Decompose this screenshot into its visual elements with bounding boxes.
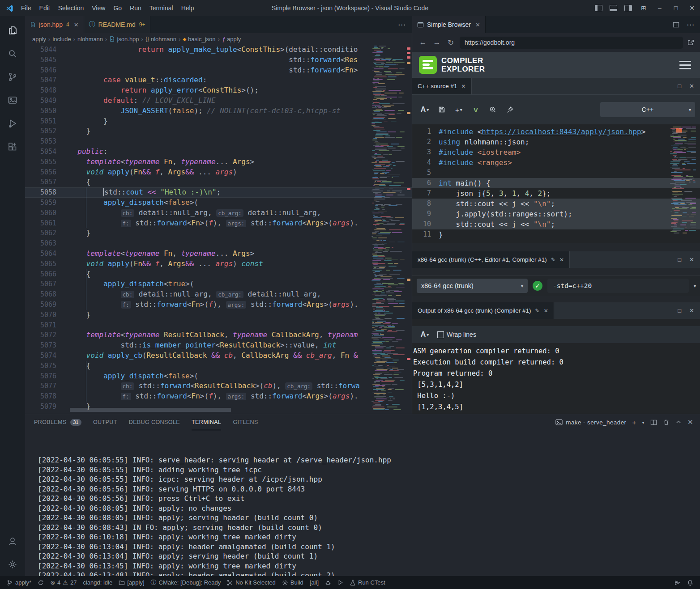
code-line[interactable]: 5049 default: // LCOV_EXCL_LINE bbox=[25, 96, 412, 106]
code-line[interactable]: 5061 f: std::forward<Fn>(f), args: std::… bbox=[25, 218, 412, 229]
pin-icon[interactable] bbox=[503, 102, 517, 117]
customize-layout-icon[interactable]: ⊞ bbox=[636, 0, 652, 16]
back-icon[interactable]: ← bbox=[418, 38, 428, 47]
code-line[interactable]: 5073 std::is_member_pointer<ResultCallba… bbox=[25, 340, 412, 351]
forward-icon[interactable]: → bbox=[432, 38, 442, 47]
terminal-session-select[interactable]: make - serve_header bbox=[555, 419, 626, 426]
clangd-status[interactable]: clangd: idle bbox=[80, 576, 115, 589]
new-terminal-icon[interactable]: + bbox=[632, 419, 636, 426]
url-input[interactable]: https://godbolt.org bbox=[460, 37, 683, 49]
code-line[interactable]: 5077 cb: std::forward<ResultCallback>(cb… bbox=[25, 381, 412, 391]
compiler-pane-tab[interactable]: x86-64 gcc (trunk) (C++, Editor #1, Comp… bbox=[412, 251, 570, 268]
compile-ok-icon[interactable]: ✓ bbox=[533, 281, 542, 291]
menu-terminal[interactable]: Terminal bbox=[145, 0, 177, 16]
activity-search[interactable] bbox=[2, 42, 23, 65]
breadcrumb-item-nlohmann[interactable]: {}nlohmann bbox=[145, 36, 176, 42]
wrap-lines-checkbox[interactable]: Wrap lines bbox=[437, 331, 476, 338]
cmake-debug-button[interactable] bbox=[322, 576, 334, 589]
breadcrumb-item-basic_json[interactable]: ◆basic_json bbox=[183, 36, 215, 42]
output-pane-tab[interactable]: Output of x86-64 gcc (trunk) (Compiler #… bbox=[412, 302, 554, 319]
code-line[interactable]: 5045 std::forward<Res bbox=[25, 55, 412, 65]
add-pane-button[interactable]: +▾ bbox=[452, 102, 466, 117]
maximize-panel-icon[interactable] bbox=[675, 419, 682, 425]
code-line[interactable]: 5051 } bbox=[25, 116, 412, 127]
cmake-build-target[interactable]: [all] bbox=[307, 576, 322, 589]
panel-tab-terminal[interactable]: TERMINAL bbox=[192, 414, 221, 430]
breadcrumb-item-nlohmann[interactable]: nlohmann bbox=[77, 36, 103, 42]
breadcrumb-item-apply[interactable]: ƒapply bbox=[222, 36, 241, 42]
code-line[interactable]: 5074 void apply_cb(ResultCallback && cb,… bbox=[25, 351, 412, 361]
panel-tab-output[interactable]: OUTPUT bbox=[93, 414, 117, 430]
code-line[interactable]: 5067 apply_dispatch<true>( bbox=[25, 279, 412, 289]
close-icon[interactable]: ✕ bbox=[74, 21, 79, 28]
ce-minimap[interactable] bbox=[670, 127, 696, 237]
code-line[interactable]: 5076 apply_dispatch<false>( bbox=[25, 371, 412, 381]
close-pane-icon[interactable]: ✕ bbox=[689, 307, 694, 314]
rename-pane-icon[interactable]: ✎ bbox=[535, 308, 540, 314]
menu-view[interactable]: View bbox=[88, 0, 109, 16]
code-line[interactable]: 5058 std::cout << "Hello :-)\n"; bbox=[25, 187, 412, 198]
code-line[interactable]: 5047 case value_t::discarded: bbox=[25, 75, 412, 85]
cmake-project-status[interactable]: [apply] bbox=[115, 576, 147, 589]
vim-mode-icon[interactable]: V bbox=[469, 102, 483, 117]
close-icon[interactable]: ✕ bbox=[475, 21, 480, 28]
activity-extensions[interactable] bbox=[2, 135, 23, 158]
compiler-options-input[interactable]: -std=c++20 bbox=[547, 279, 689, 293]
code-line[interactable]: 2using nlohmann::json; bbox=[412, 137, 700, 147]
code-line[interactable]: 5055 template<typename Fn, typename... A… bbox=[25, 157, 412, 167]
code-editor[interactable]: 5044 return apply_make_tuple<ConstThis>(… bbox=[25, 45, 412, 414]
code-line[interactable]: 5053 bbox=[25, 136, 412, 147]
code-line[interactable]: 1#include <https://localhost:8443/apply/… bbox=[412, 127, 700, 137]
close-panel-icon[interactable]: ✕ bbox=[687, 418, 693, 426]
compiler-select[interactable]: x86-64 gcc (trunk) ▾ bbox=[417, 279, 528, 293]
code-line[interactable]: 5052 } bbox=[25, 126, 412, 136]
split-editor-icon[interactable] bbox=[673, 21, 679, 28]
code-line[interactable]: 5046 std::forward<Fn> bbox=[25, 65, 412, 76]
code-line[interactable]: 5057 { bbox=[25, 177, 412, 187]
source-pane-tab[interactable]: C++ source #1 ✕ bbox=[412, 78, 472, 94]
close-icon[interactable]: ✕ bbox=[461, 83, 466, 89]
close-button[interactable]: ✕ bbox=[684, 0, 700, 16]
more-actions-icon[interactable]: ⋯ bbox=[687, 20, 694, 30]
code-line[interactable]: 5 bbox=[412, 168, 700, 178]
breadcrumb-item-json.hpp[interactable]: json.hpp bbox=[109, 36, 139, 42]
code-line[interactable]: 3#include <iostream> bbox=[412, 147, 700, 157]
settings-gear-icon[interactable] bbox=[2, 553, 23, 576]
menu-selection[interactable]: Selection bbox=[54, 0, 88, 16]
panel-tab-debug-console[interactable]: DEBUG CONSOLE bbox=[129, 414, 180, 430]
zoom-icon[interactable] bbox=[486, 102, 500, 117]
activity-explorer[interactable] bbox=[2, 19, 23, 42]
activity-screenshot-tool[interactable] bbox=[2, 89, 23, 112]
menu-help[interactable]: Help bbox=[177, 0, 198, 16]
font-size-button[interactable]: A▾ bbox=[418, 327, 432, 342]
code-line[interactable]: 5044 return apply_make_tuple<ConstThis>(… bbox=[25, 45, 412, 55]
minimap[interactable] bbox=[371, 45, 405, 414]
code-line[interactable]: 5059 apply_dispatch<false>( bbox=[25, 198, 412, 208]
maximize-pane-icon[interactable]: □ bbox=[678, 83, 681, 89]
menu-file[interactable]: File bbox=[17, 0, 35, 16]
code-line[interactable]: 8 std::cout << j << "\n"; bbox=[412, 199, 700, 209]
sync-status[interactable] bbox=[34, 576, 47, 589]
code-line[interactable]: 7 json j{5, 3, 1, 4, 2}; bbox=[412, 188, 700, 199]
toggle-panel-icon[interactable] bbox=[610, 5, 617, 11]
minimize-button[interactable]: – bbox=[652, 0, 668, 16]
code-line[interactable]: 5065 void apply(Fn&& f, Args&& ... args)… bbox=[25, 259, 412, 269]
ce-source-editor[interactable]: 1#include <https://localhost:8443/apply/… bbox=[412, 124, 700, 243]
code-line[interactable]: 5070 } bbox=[25, 310, 412, 320]
open-external-icon[interactable] bbox=[687, 39, 695, 47]
maximize-pane-icon[interactable]: □ bbox=[678, 307, 681, 314]
code-line[interactable]: 5048 return apply_error<ConstThis>(); bbox=[25, 85, 412, 96]
code-line[interactable]: 5078 f: std::forward<Fn>(f), args: std::… bbox=[25, 391, 412, 402]
split-terminal-icon[interactable] bbox=[650, 419, 657, 426]
run-ctest-button[interactable]: Run CTest bbox=[346, 576, 388, 589]
toggle-sidebar-icon[interactable] bbox=[595, 5, 602, 11]
code-line[interactable]: 5075 { bbox=[25, 361, 412, 371]
panel-tab-gitlens[interactable]: GITLENS bbox=[233, 414, 258, 430]
breadcrumb-item-apply[interactable]: apply bbox=[32, 36, 46, 42]
git-branch-status[interactable]: apply* bbox=[4, 576, 34, 589]
cmake-status[interactable]: ⓘ CMake: [Debug]: Ready bbox=[148, 576, 224, 589]
code-line[interactable]: 5056 void apply(Fn&& f, Args&& ... args) bbox=[25, 167, 412, 178]
code-line[interactable]: 5064 template<typename Fn, typename... A… bbox=[25, 249, 412, 259]
activity-run-debug[interactable] bbox=[2, 112, 23, 135]
close-pane-icon[interactable]: ✕ bbox=[689, 83, 694, 89]
